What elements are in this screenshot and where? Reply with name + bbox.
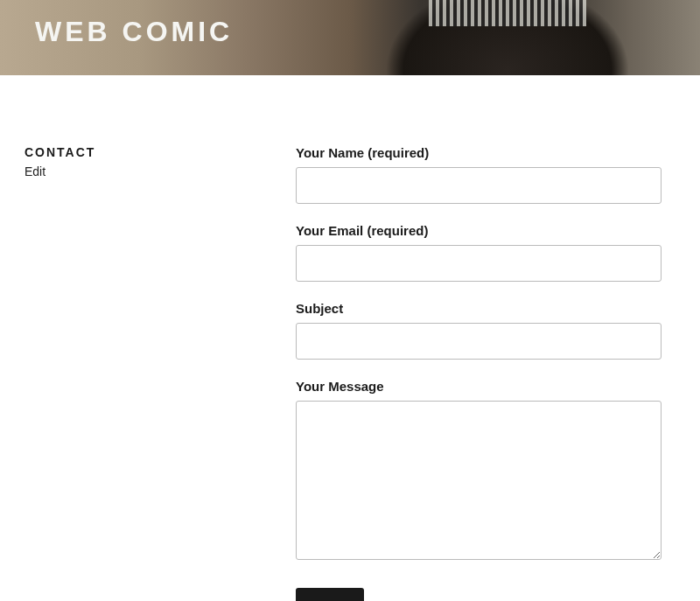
contact-form: Your Name (required) Your Email (require…: [296, 145, 665, 601]
message-field-group: Your Message: [296, 379, 665, 563]
subject-input[interactable]: [296, 323, 662, 360]
subject-field-group: Subject: [296, 301, 665, 360]
subject-label: Subject: [296, 301, 665, 316]
edit-link[interactable]: Edit: [24, 164, 296, 178]
message-label: Your Message: [296, 379, 665, 394]
site-title[interactable]: WEB COMIC: [35, 16, 233, 48]
site-header: WEB COMIC: [0, 0, 700, 75]
send-button[interactable]: Send: [296, 588, 364, 601]
message-textarea[interactable]: [296, 401, 662, 560]
name-field-group: Your Name (required): [296, 145, 665, 204]
sidebar: CONTACT Edit: [24, 145, 296, 601]
name-label: Your Name (required): [296, 145, 665, 160]
page-title: CONTACT: [24, 145, 296, 159]
page-content: CONTACT Edit Your Name (required) Your E…: [0, 75, 700, 601]
email-label: Your Email (required): [296, 223, 665, 238]
email-field-group: Your Email (required): [296, 223, 665, 282]
email-input[interactable]: [296, 245, 662, 282]
name-input[interactable]: [296, 167, 662, 204]
